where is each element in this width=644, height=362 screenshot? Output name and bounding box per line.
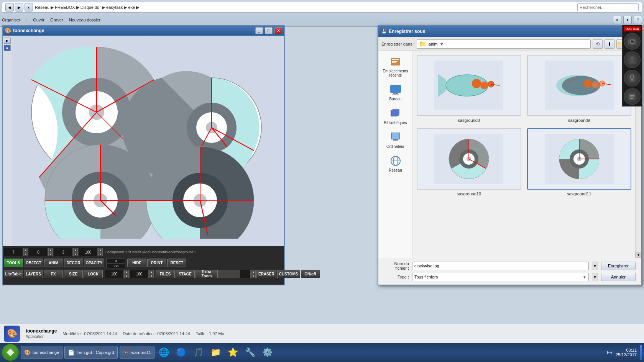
opacity-button[interactable]: OPACITY — [84, 259, 105, 267]
litetable-button[interactable]: LiteTable — [4, 270, 23, 278]
maximize-button[interactable]: □ — [265, 27, 273, 34]
lock-button[interactable]: LOCK — [84, 270, 103, 278]
sidebar-item-recent[interactable]: Emplacements récents — [380, 54, 411, 79]
taskbar-icon-chrome[interactable]: 🔵 — [174, 345, 189, 360]
zoom-down[interactable]: ▼ — [251, 274, 256, 278]
value5-input[interactable] — [106, 259, 125, 263]
type-select[interactable]: Tous fichiers ▼ — [412, 273, 589, 281]
value4-up[interactable]: ▲ — [98, 248, 103, 252]
organiser-button[interactable]: Organiser — [2, 18, 20, 22]
anim-button[interactable]: ANIM — [44, 259, 63, 267]
value8-up[interactable]: ▲ — [149, 270, 154, 274]
stage-button[interactable]: STAGE — [176, 270, 195, 278]
side-btn-1[interactable]: ▶ — [4, 38, 11, 44]
forward-button[interactable]: ▶ — [15, 3, 23, 11]
reset-button[interactable]: RESET — [167, 259, 186, 267]
search-input[interactable] — [577, 3, 639, 11]
scroll-down-button[interactable]: ▼ — [636, 252, 641, 258]
toshiba-info-button[interactable] — [624, 88, 641, 105]
view-btn2[interactable]: ▼ — [623, 16, 632, 24]
value3-down[interactable]: ▼ — [73, 252, 78, 256]
value3-input[interactable] — [54, 248, 73, 256]
close-button[interactable]: ✕ — [274, 27, 282, 34]
location-combo[interactable]: 📁 anim ▼ — [417, 39, 591, 49]
value2-up[interactable]: ▲ — [48, 248, 53, 252]
sidebar-item-network[interactable]: Réseau — [380, 153, 411, 174]
save-button[interactable]: Enregistrer — [601, 262, 636, 270]
hide-button[interactable]: HIDE — [127, 259, 146, 267]
main-canvas[interactable] — [12, 36, 273, 239]
onoff-button[interactable]: ON/off — [301, 270, 320, 278]
svg-rect-36 — [392, 62, 396, 63]
nav-up-button[interactable]: ⬆ — [605, 39, 614, 49]
value3-up[interactable]: ▲ — [73, 248, 78, 252]
cancel-button[interactable]: Annuler — [601, 273, 636, 281]
ouvrir-button[interactable]: Ouvrir — [33, 18, 44, 22]
file-details: toonexchange Application — [26, 328, 57, 339]
type-dropdown[interactable]: ▼ — [592, 273, 598, 281]
value4-input[interactable] — [79, 248, 98, 256]
zoom-up[interactable]: ▲ — [251, 270, 256, 274]
taskbar-icon-app1[interactable]: 🔧 — [243, 345, 258, 360]
status-text: Background :C:\Users\Sylvie\Documents\an… — [105, 250, 283, 254]
minimize-button[interactable]: _ — [255, 27, 263, 34]
help-button[interactable]: ? — [634, 16, 642, 24]
start-button[interactable] — [2, 344, 19, 361]
graver-button[interactable]: Graver — [50, 18, 63, 22]
sidebar-item-libraries[interactable]: Bibliothèques — [380, 106, 411, 126]
thumb-label-sasground9: sasground9 — [527, 118, 632, 123]
sidebar-item-computer[interactable]: Ordinateur — [380, 129, 411, 150]
value7-input[interactable] — [105, 270, 124, 278]
value8-down[interactable]: ▼ — [149, 274, 154, 278]
toshiba-camera-button[interactable] — [624, 33, 641, 50]
tools-button[interactable]: TOOLS — [4, 259, 23, 267]
print-button[interactable]: PRINT — [147, 259, 166, 267]
files-button[interactable]: FILES — [156, 270, 175, 278]
taskbar-icon-spotify[interactable]: 🎵 — [191, 345, 206, 360]
taskbar-app-form[interactable]: 📄 form.grd - Copie.grd — [64, 346, 117, 359]
taskbar-app-toonexchange[interactable]: 🎨 toonexchange — [21, 346, 62, 359]
up-button[interactable]: ▲ — [25, 3, 33, 11]
taskbar-icon-ie[interactable]: 🌐 — [156, 345, 172, 360]
value1-up[interactable]: ▲ — [23, 248, 28, 252]
taskbar-icon-star[interactable]: ⭐ — [225, 345, 241, 360]
file-item-sasground8[interactable]: sasground8 — [417, 55, 521, 123]
object-button[interactable]: OBJECT — [24, 259, 43, 267]
taskbar-icon-folder[interactable]: 📁 — [208, 345, 223, 360]
layers-button[interactable]: LAYERS — [24, 270, 43, 278]
file-item-sasground9[interactable]: sasground9 — [527, 55, 632, 123]
value8-input[interactable] — [130, 270, 149, 278]
sidebar-libraries-label: Bibliothèques — [384, 121, 407, 125]
file-item-sasground10[interactable]: sasground10 — [417, 128, 521, 196]
nav-back-button[interactable]: ⟲ — [593, 39, 603, 49]
nouveau-dossier-button[interactable]: Nouveau dossier — [69, 18, 101, 22]
fx-button[interactable]: FX — [44, 270, 63, 278]
sidebar-item-bureau[interactable]: Bureau — [380, 82, 411, 103]
value1-down[interactable]: ▼ — [23, 252, 28, 256]
taskbar-app-warnors[interactable]: 🎮 warnors11 — [120, 346, 154, 359]
toshiba-user-button[interactable] — [624, 51, 641, 68]
view-toggle-button[interactable]: ⊞ — [613, 16, 621, 24]
filename-dropdown[interactable]: ▼ — [592, 262, 598, 270]
customs-button[interactable]: CUSTOMS — [277, 270, 300, 278]
filename-input[interactable] — [412, 262, 589, 270]
taskbar-icon-app2[interactable]: ⚙️ — [260, 345, 275, 360]
taskbar-warnors-label: warnors11 — [131, 350, 151, 355]
size-button[interactable]: SIZE — [64, 270, 83, 278]
file-item-sasground11[interactable]: sasground11 — [527, 128, 632, 196]
value7-down[interactable]: ▼ — [124, 274, 129, 278]
back-button[interactable]: ◀ — [5, 3, 14, 11]
eraser-button[interactable]: ERASER — [256, 270, 276, 278]
value6-input[interactable] — [106, 264, 125, 268]
extra-zoom-button[interactable]: Extra Zoom — [196, 270, 218, 278]
value2-input[interactable] — [29, 248, 48, 256]
toshiba-lock-button[interactable] — [624, 70, 641, 87]
value7-up[interactable]: ▲ — [124, 270, 129, 274]
side-btn-2[interactable]: ■ — [4, 45, 11, 51]
value4-down[interactable]: ▼ — [98, 252, 103, 256]
decor-button[interactable]: DECOR — [64, 259, 83, 267]
value1-input[interactable] — [4, 248, 23, 256]
value2-down[interactable]: ▼ — [48, 252, 53, 256]
show-desktop-button[interactable] — [640, 345, 642, 360]
zoom-input[interactable] — [239, 270, 251, 278]
